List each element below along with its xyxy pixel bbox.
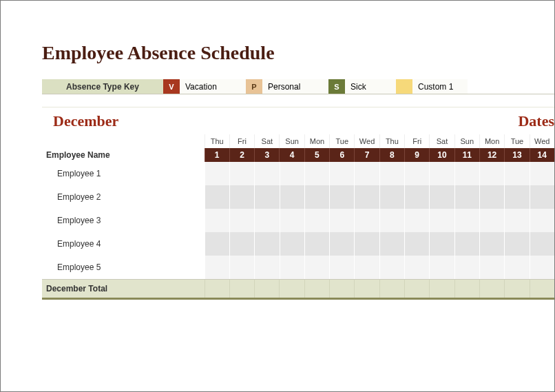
- absence-cell[interactable]: [280, 185, 304, 209]
- key-text-sick: Sick: [345, 79, 396, 94]
- dow-cell: Mon: [479, 134, 504, 148]
- absence-cell[interactable]: [429, 209, 454, 232]
- day-number-row: Employee Name 1 2 3 4 5 6 7 8 9 10 11 12…: [42, 148, 554, 162]
- absence-cell[interactable]: [379, 232, 404, 256]
- swatch-vacation: V: [163, 79, 180, 94]
- absence-cell[interactable]: [354, 256, 379, 279]
- day-number: 3: [254, 148, 279, 162]
- absence-cell[interactable]: [504, 185, 529, 209]
- absence-cell[interactable]: [454, 185, 479, 209]
- absence-cell[interactable]: [429, 185, 454, 209]
- absence-cell[interactable]: [354, 209, 379, 232]
- absence-cell[interactable]: [254, 232, 279, 256]
- absence-cell[interactable]: [280, 209, 304, 232]
- dow-cell: Tue: [504, 134, 529, 148]
- absence-cell[interactable]: [254, 209, 279, 232]
- absence-cell[interactable]: [530, 185, 554, 209]
- day-number: 10: [429, 148, 454, 162]
- absence-cell[interactable]: [329, 185, 354, 209]
- dates-header: Dates: [205, 112, 554, 134]
- employee-row: Employee 3: [42, 209, 554, 232]
- absence-cell[interactable]: [205, 256, 229, 279]
- absence-cell[interactable]: [304, 162, 329, 185]
- absence-cell[interactable]: [280, 256, 304, 279]
- absence-cell[interactable]: [329, 232, 354, 256]
- absence-cell[interactable]: [354, 185, 379, 209]
- absence-cell[interactable]: [229, 185, 254, 209]
- absence-cell[interactable]: [454, 232, 479, 256]
- absence-cell[interactable]: [205, 162, 229, 185]
- absence-cell[interactable]: [229, 162, 254, 185]
- absence-cell[interactable]: [530, 162, 554, 185]
- dow-cell: Sun: [454, 134, 479, 148]
- absence-cell[interactable]: [205, 232, 229, 256]
- absence-cell[interactable]: [454, 162, 479, 185]
- absence-cell[interactable]: [404, 232, 429, 256]
- absence-cell[interactable]: [205, 185, 229, 209]
- absence-cell[interactable]: [229, 232, 254, 256]
- dow-cell: Tue: [329, 134, 354, 148]
- absence-cell[interactable]: [504, 162, 529, 185]
- absence-cell[interactable]: [479, 185, 504, 209]
- absence-cell[interactable]: [354, 232, 379, 256]
- absence-cell[interactable]: [530, 256, 554, 279]
- absence-cell[interactable]: [530, 209, 554, 232]
- absence-cell[interactable]: [379, 256, 404, 279]
- absence-cell[interactable]: [404, 209, 429, 232]
- absence-cell[interactable]: [304, 232, 329, 256]
- absence-cell[interactable]: [254, 162, 279, 185]
- absence-cell[interactable]: [479, 232, 504, 256]
- absence-cell[interactable]: [479, 209, 504, 232]
- dow-cell: Thu: [205, 134, 229, 148]
- dow-cell: Sat: [254, 134, 279, 148]
- employee-name: Employee 5: [42, 256, 205, 279]
- absence-cell[interactable]: [280, 162, 304, 185]
- absence-cell[interactable]: [504, 209, 529, 232]
- month-total-label: December Total: [42, 280, 205, 298]
- absence-cell[interactable]: [429, 256, 454, 279]
- employee-name: Employee 1: [42, 162, 205, 185]
- absence-cell[interactable]: [254, 256, 279, 279]
- absence-cell[interactable]: [504, 256, 529, 279]
- day-number: 12: [479, 148, 504, 162]
- absence-cell[interactable]: [280, 232, 304, 256]
- absence-cell[interactable]: [379, 185, 404, 209]
- absence-cell[interactable]: [429, 232, 454, 256]
- absence-cell[interactable]: [304, 256, 329, 279]
- absence-cell[interactable]: [479, 162, 504, 185]
- absence-cell[interactable]: [304, 185, 329, 209]
- total-cell: [354, 280, 379, 298]
- absence-cell[interactable]: [205, 209, 229, 232]
- total-cell: [479, 280, 504, 298]
- absence-cell[interactable]: [504, 232, 529, 256]
- total-cell: [329, 280, 354, 298]
- absence-cell[interactable]: [354, 162, 379, 185]
- absence-cell[interactable]: [454, 256, 479, 279]
- total-cell: [379, 280, 404, 298]
- swatch-personal: P: [246, 79, 262, 94]
- absence-cell[interactable]: [454, 209, 479, 232]
- absence-cell[interactable]: [530, 232, 554, 256]
- absence-cell[interactable]: [379, 209, 404, 232]
- key-text-personal: Personal: [262, 79, 328, 94]
- absence-cell[interactable]: [304, 209, 329, 232]
- day-number: 14: [530, 148, 554, 162]
- absence-cell[interactable]: [479, 256, 504, 279]
- employee-name-blank: [42, 134, 205, 148]
- absence-cell[interactable]: [379, 162, 404, 185]
- absence-cell[interactable]: [329, 209, 354, 232]
- absence-key-label: Absence Type Key: [42, 79, 163, 94]
- absence-cell[interactable]: [404, 162, 429, 185]
- absence-cell[interactable]: [229, 209, 254, 232]
- total-cell: [504, 280, 529, 298]
- absence-cell[interactable]: [254, 185, 279, 209]
- dow-cell: Fri: [404, 134, 429, 148]
- absence-cell[interactable]: [329, 162, 354, 185]
- absence-cell[interactable]: [404, 185, 429, 209]
- absence-cell[interactable]: [404, 256, 429, 279]
- absence-cell[interactable]: [329, 256, 354, 279]
- absence-cell[interactable]: [229, 256, 254, 279]
- absence-cell[interactable]: [429, 162, 454, 185]
- day-number: 5: [304, 148, 329, 162]
- day-number: 7: [354, 148, 379, 162]
